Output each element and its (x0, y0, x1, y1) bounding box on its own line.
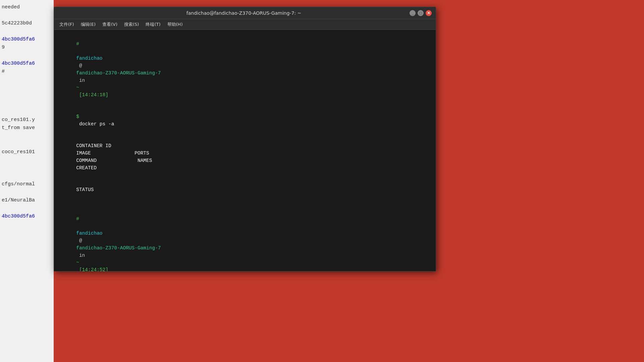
prompt2-time: [14:24:52] (76, 267, 108, 271)
bg-line: 9 (2, 44, 52, 52)
table-sub-header: STATUS (59, 179, 431, 201)
background-text: needed 5c42223b0d 4bc300d5fa6 9 4bc300d5… (0, 0, 54, 362)
prompt2-space (76, 224, 79, 229)
prompt-tilde: ~ (76, 85, 79, 90)
bg-line (2, 132, 52, 140)
prompt2-user: fandichao (76, 231, 102, 236)
prompt-at: @ (76, 63, 85, 68)
bg-line (2, 92, 52, 100)
bg-line (2, 164, 52, 172)
dollar-sign: $ (76, 114, 79, 119)
prompt2-host: fandichao-Z370-AORUS-Gaming-7 (76, 245, 161, 251)
table-header-row: CONTAINER ID IMAGE PORTS COMMAND NAMES C… (59, 135, 431, 179)
bg-line: 4bc300d5fa6 (2, 36, 52, 44)
bg-line (2, 52, 52, 60)
bg-line (2, 27, 52, 36)
col-image-ports: IMAGE PORTS (76, 150, 208, 156)
terminal-window: fandichao@fandichao-Z370-AORUS-Gaming-7:… (54, 7, 436, 272)
bg-line (2, 172, 52, 180)
bg-line: 4bc300d5fa6 (2, 213, 52, 221)
menu-terminal[interactable]: 终端(T) (143, 20, 163, 29)
menu-edit[interactable]: 编辑(E) (78, 20, 98, 29)
window-controls: _ □ ✕ (410, 10, 432, 16)
bg-line (2, 156, 52, 164)
bg-line: # (2, 68, 52, 76)
bg-line (2, 188, 52, 196)
bg-line (2, 140, 52, 148)
prompt2-hash: # (76, 216, 79, 222)
col-command-names: COMMAND NAMES (76, 158, 172, 163)
terminal-content[interactable]: # fandichao @ fandichao-Z370-AORUS-Gamin… (54, 30, 436, 271)
prompt2-at: @ (76, 238, 85, 243)
prompt-line-2: # fandichao @ fandichao-Z370-AORUS-Gamin… (59, 208, 431, 271)
maximize-button[interactable]: □ (418, 10, 424, 16)
prompt-user: fandichao (76, 56, 102, 61)
bg-line: t_from save (2, 124, 52, 132)
col-container-id: CONTAINER ID (76, 143, 135, 148)
bg-line (2, 108, 52, 116)
menu-help[interactable]: 帮助(H) (165, 20, 185, 29)
bg-line: needed (2, 3, 52, 11)
menu-search[interactable]: 搜索(S) (121, 20, 142, 29)
cmd-text: docker ps -a (76, 121, 114, 127)
menu-bar: 文件(F) 编辑(E) 查看(V) 搜索(S) 终端(T) 帮助(H) (54, 19, 436, 30)
bg-line: 4bc300d5fa6 (2, 60, 52, 68)
bg-line: 5c42223b0d (2, 19, 52, 27)
prompt2-tilde: ~ (76, 260, 79, 265)
bg-line: e1/NeuralBa (2, 196, 52, 204)
prompt-line-1: # fandichao @ fandichao-Z370-AORUS-Gamin… (59, 33, 431, 106)
bg-line (2, 204, 52, 213)
bg-line (2, 84, 52, 92)
menu-file[interactable]: 文件(F) (57, 20, 77, 29)
bg-line (2, 11, 52, 19)
bg-line: coco_res101 (2, 148, 52, 156)
prompt-in: in (76, 78, 88, 83)
prompt-hash: # (76, 41, 79, 47)
terminal-title: fandichao@fandichao-Z370-AORUS-Gaming-7:… (78, 10, 410, 16)
col-created: CREATED (76, 165, 97, 171)
blank-line-1 (59, 201, 431, 208)
minimize-button[interactable]: _ (410, 10, 416, 16)
bg-line: co_res101.y (2, 116, 52, 124)
prompt-time: [14:24:18] (76, 92, 108, 98)
prompt-host: fandichao-Z370-AORUS-Gaming-7 (76, 70, 161, 76)
menu-view[interactable]: 查看(V) (100, 20, 120, 29)
close-button[interactable]: ✕ (426, 10, 432, 16)
prompt2-in: in (76, 253, 88, 258)
title-bar: fandichao@fandichao-Z370-AORUS-Gaming-7:… (54, 7, 436, 19)
col-status: STATUS (76, 187, 94, 192)
cmd-line-1: $ docker ps -a (59, 106, 431, 135)
bg-line: cfgs/normal (2, 180, 52, 188)
bg-line (2, 100, 52, 108)
prompt-space (76, 49, 79, 54)
bg-line (2, 76, 52, 84)
